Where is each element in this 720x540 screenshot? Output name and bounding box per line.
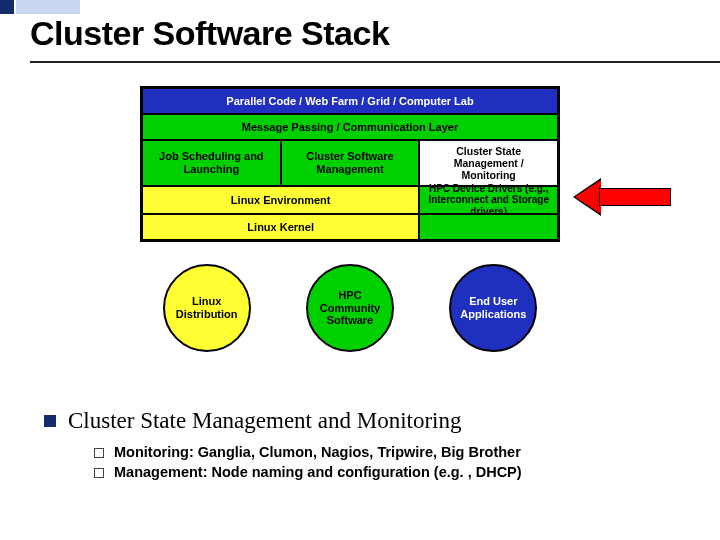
title-area: Cluster Software Stack <box>0 14 720 69</box>
callout-arrow <box>575 180 671 214</box>
stack-row-4: Linux Environment HPC Device Drivers (e.… <box>142 186 558 214</box>
stack-row-2: Message Passing / Communication Layer <box>142 114 558 140</box>
cell-linux-env: Linux Environment <box>142 186 419 214</box>
circle-hpc-community: HPC Community Software <box>306 264 394 352</box>
bullet-level-2: Monitoring: Ganglia, Clumon, Nagios, Tri… <box>94 444 690 460</box>
arrow-head-icon <box>575 180 601 214</box>
square-bullet-icon <box>44 415 56 427</box>
cell-hpc-drivers: HPC Device Drivers (e.g., Interconnect a… <box>419 186 558 214</box>
cell-cluster-software-mgmt: Cluster Software Management <box>281 140 420 186</box>
stack-grid: Parallel Code / Web Farm / Grid / Comput… <box>140 86 560 242</box>
stack-diagram: Parallel Code / Web Farm / Grid / Comput… <box>140 86 560 352</box>
cell-parallel-code: Parallel Code / Web Farm / Grid / Comput… <box>142 88 558 114</box>
bullet-level-1: Cluster State Management and Monitoring <box>44 408 690 434</box>
arrow-body <box>599 188 671 206</box>
accent-square <box>0 0 14 14</box>
slide: Cluster Software Stack Parallel Code / W… <box>0 0 720 540</box>
title-rule <box>30 61 720 63</box>
circle-end-user-apps: End User Applications <box>449 264 537 352</box>
cell-empty <box>419 214 558 240</box>
circle-row: Linux Distribution HPC Community Softwar… <box>140 264 560 352</box>
sub-bullet-text: Monitoring: Ganglia, Clumon, Nagios, Tri… <box>114 444 521 460</box>
hollow-square-icon <box>94 468 104 478</box>
stack-row-5: Linux Kernel <box>142 214 558 240</box>
stack-row-3: Job Scheduling and Launching Cluster Sof… <box>142 140 558 186</box>
sub-bullet-group: Monitoring: Ganglia, Clumon, Nagios, Tri… <box>94 444 690 480</box>
hollow-square-icon <box>94 448 104 458</box>
cell-linux-kernel: Linux Kernel <box>142 214 419 240</box>
sub-bullet-text: Management: Node naming and configuratio… <box>114 464 522 480</box>
stack-row-1: Parallel Code / Web Farm / Grid / Comput… <box>142 88 558 114</box>
body-text: Cluster State Management and Monitoring … <box>44 408 690 484</box>
slide-title: Cluster Software Stack <box>30 14 720 53</box>
circle-linux-dist: Linux Distribution <box>163 264 251 352</box>
bullet-text: Cluster State Management and Monitoring <box>68 408 461 434</box>
cell-cluster-state-mgmt: Cluster State Management / Monitoring <box>419 140 558 186</box>
cell-message-passing: Message Passing / Communication Layer <box>142 114 558 140</box>
accent-bar <box>16 0 80 14</box>
bullet-level-2: Management: Node naming and configuratio… <box>94 464 690 480</box>
cell-job-scheduling: Job Scheduling and Launching <box>142 140 281 186</box>
